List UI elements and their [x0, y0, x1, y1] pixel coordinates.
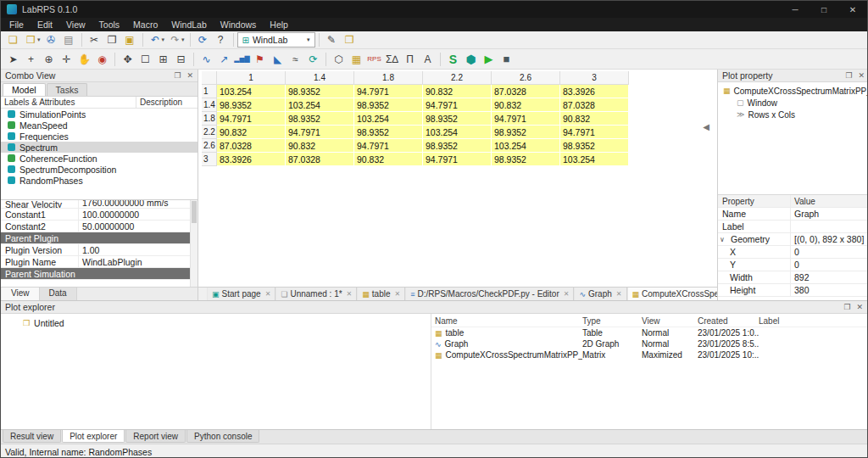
matrix-cell[interactable]: 94.7971	[286, 126, 354, 139]
tree-header-labels[interactable]: Labels & Attributes	[1, 97, 136, 108]
property-value[interactable]: [(0, 0), 892 x 380]	[791, 234, 868, 244]
property-value[interactable]: 50.00000000	[79, 221, 198, 232]
matrix-cell[interactable]: 103.254	[492, 139, 560, 153]
record-icon[interactable]: ◉	[93, 52, 111, 67]
property-group-row[interactable]: Parent Simulation	[1, 268, 198, 280]
matrix-cell[interactable]: 87.0328	[286, 153, 354, 166]
tab-report-view[interactable]: Report view	[125, 430, 186, 443]
matrix-cell[interactable]: 94.7971	[423, 98, 492, 112]
menu-view[interactable]: View	[59, 19, 92, 31]
stop-simulation-icon[interactable]: ⬢	[462, 52, 480, 67]
halt-icon[interactable]: ■	[498, 52, 515, 67]
property-group-row[interactable]: Parent Plugin	[1, 232, 198, 244]
close-tab-icon[interactable]: ✕	[347, 290, 353, 298]
matrix-col-header[interactable]: 1	[217, 71, 286, 85]
close-panel-icon[interactable]: ✕	[186, 71, 193, 80]
close-tab-icon[interactable]: ✕	[265, 290, 271, 298]
matrix-row-header[interactable]: 3	[202, 153, 217, 166]
matrix-cell[interactable]: 98.9352	[286, 112, 354, 126]
matrix-cell[interactable]: 87.0328	[217, 139, 286, 153]
collapse-panel-icon[interactable]: ◀	[703, 122, 709, 131]
matrix-row-header[interactable]: 1.8	[202, 112, 217, 126]
doc-tab-start-page[interactable]: ▣ Start page ✕	[207, 288, 275, 300]
crosshair-icon[interactable]: ✛	[58, 52, 75, 67]
matrix-cell[interactable]: 90.832	[217, 126, 286, 139]
axes-icon[interactable]: ⊟	[172, 52, 190, 67]
property-value[interactable]: 100.00000000	[79, 209, 198, 220]
tree-item-untitled[interactable]: ❒ Untitled	[1, 318, 431, 328]
matrix-col-header[interactable]: 1.8	[354, 71, 423, 85]
trend-line-icon[interactable]: ↗	[215, 52, 233, 67]
property-value[interactable]: 380	[791, 285, 868, 295]
plot-item-row-graph[interactable]: ∿ Graph 2D Graph Normal 23/01/2025 8:5..…	[431, 338, 867, 349]
property-row[interactable]: X 0	[718, 246, 868, 259]
pan-hand-icon[interactable]: ✋	[75, 52, 93, 67]
tree-header-description[interactable]: Description	[136, 98, 198, 107]
menu-file[interactable]: File	[3, 19, 31, 31]
property-value[interactable]: WindLabPlugin	[79, 257, 198, 267]
menu-windlab[interactable]: WindLab	[164, 19, 213, 31]
matrix-cell[interactable]: 98.9352	[354, 98, 423, 112]
maximize-button[interactable]: □	[810, 1, 838, 18]
tab-python-console[interactable]: Python console	[186, 430, 259, 443]
tree-item-randomphases[interactable]: RandomPhases	[1, 175, 198, 186]
flag-icon[interactable]: ⚑	[251, 52, 269, 67]
close-tab-icon[interactable]: ✕	[564, 290, 570, 298]
matrix-cell[interactable]: 103.254	[286, 98, 354, 112]
line-plot-icon[interactable]: ∿	[198, 52, 215, 67]
redo-caret-icon[interactable]: ▾	[181, 36, 185, 43]
pi-icon[interactable]: Π	[401, 52, 419, 67]
property-value[interactable]: 892	[791, 272, 868, 282]
matrix-cell[interactable]: 98.9352	[286, 85, 354, 98]
property-row[interactable]: Shear Velocity 1760.00000000 mm/s	[1, 200, 198, 209]
tab-result-view[interactable]: Result view	[3, 430, 61, 443]
scrollbar-thumb[interactable]	[192, 201, 197, 223]
bar-chart-icon[interactable]: ▂▅▇	[233, 52, 251, 67]
matrix-cell[interactable]: 103.254	[560, 153, 629, 166]
open-file-caret-icon[interactable]: ▾	[37, 36, 41, 43]
close-panel-icon[interactable]: ✕	[856, 303, 863, 311]
close-tab-icon[interactable]: ✕	[395, 290, 401, 298]
property-scrollbar[interactable]	[190, 200, 198, 287]
target-icon[interactable]: ⊕	[40, 52, 58, 67]
doc-tab-editor[interactable]: ≡ D:/RPS/Macros/CheckPDF.py - Editor ✕	[405, 288, 574, 300]
doc-tab-table[interactable]: ▦ table ✕	[357, 288, 405, 300]
matrix-row-header[interactable]: 2.6	[202, 139, 217, 153]
matrix-cell[interactable]: 90.832	[560, 112, 629, 126]
add-icon[interactable]: +	[22, 52, 40, 67]
plot-tree-item-window[interactable]: ▢ Window	[718, 97, 868, 109]
close-tab-icon[interactable]: ✕	[616, 290, 622, 298]
property-value[interactable]: 1.00	[79, 245, 198, 255]
text-icon[interactable]: A	[419, 52, 437, 67]
matrix-cell[interactable]: 83.3926	[217, 153, 286, 166]
macro-edit-icon[interactable]: ❐	[341, 32, 359, 47]
workbench-selector[interactable]: ⊞ WindLab ▾	[237, 32, 315, 47]
column-header-name[interactable]: Name	[431, 316, 582, 326]
float-panel-icon[interactable]: ❐	[174, 71, 181, 80]
property-row[interactable]: Constant1 100.00000000	[1, 209, 198, 221]
matrix-cell[interactable]: 94.7971	[354, 85, 423, 98]
matrix-cell[interactable]: 94.7971	[354, 139, 423, 153]
tree-item-spectrum[interactable]: Spectrum	[1, 142, 198, 153]
column-header-type[interactable]: Type	[582, 316, 642, 326]
matrix-cell[interactable]: 98.9352	[423, 112, 492, 126]
doc-tab-unnamed[interactable]: ❏ Unnamed : 1* ✕	[275, 288, 357, 300]
whats-this-icon[interactable]: ?	[212, 32, 230, 47]
float-panel-icon[interactable]: ❐	[843, 303, 850, 311]
column-header-created[interactable]: Created	[698, 316, 759, 326]
save-icon[interactable]: ✇	[42, 32, 60, 47]
tree-item-frequencies[interactable]: Frequencies	[1, 131, 198, 142]
curve-icon[interactable]: ≈	[287, 52, 304, 67]
tree-item-meanspeed[interactable]: MeanSpeed	[1, 120, 198, 131]
print-icon[interactable]: ▤	[60, 32, 78, 47]
property-row[interactable]: Plugin Name WindLabPlugin	[1, 256, 198, 268]
property-row[interactable]: Y 0	[718, 259, 868, 271]
menu-windows[interactable]: Windows	[214, 19, 264, 31]
matrix-cell[interactable]: 94.7971	[217, 112, 286, 126]
matrix-cell[interactable]: 103.254	[423, 126, 492, 139]
property-value[interactable]: 0	[791, 260, 868, 270]
tree-item-coherencefunction[interactable]: CoherenceFunction	[1, 153, 198, 164]
selection-rect-icon[interactable]: ☐	[136, 52, 154, 67]
close-button[interactable]: ✕	[838, 1, 867, 18]
matrix-cell[interactable]: 87.0328	[560, 98, 629, 112]
